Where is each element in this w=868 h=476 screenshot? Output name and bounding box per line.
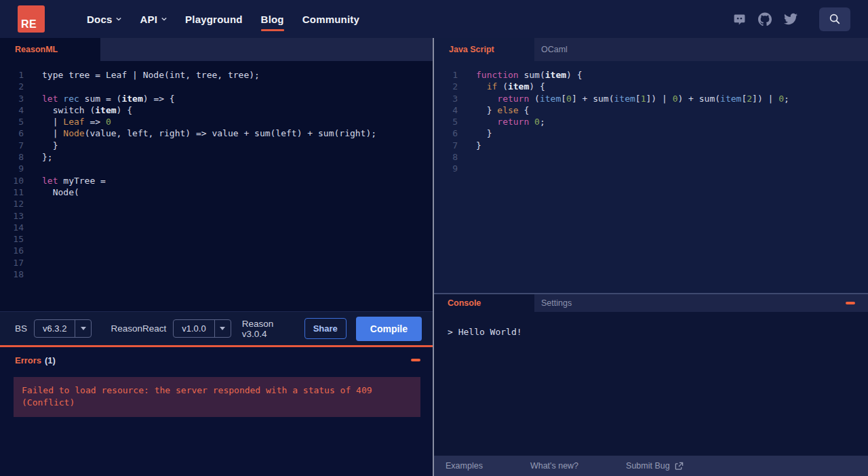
code-line: 7} (434, 140, 868, 151)
code-line: 4 switch (item) { (0, 104, 433, 116)
nav-item-community[interactable]: Community (302, 14, 359, 25)
code-line: 1type tree = Leaf | Node(int, tree, tree… (0, 69, 433, 81)
reasonreact-label: ReasonReact (111, 323, 166, 334)
tab-ocaml[interactable]: OCaml (534, 38, 574, 61)
left-tabbar: ReasonML (0, 38, 433, 61)
reason-editor-panel: ReasonML 1type tree = Leaf | Node(int, t… (0, 38, 433, 476)
code-line: 5 return 0; (434, 116, 868, 127)
editor-toolbar: BS v6.3.2 ReasonReact v1.0.0 Reason v3.0… (0, 311, 433, 345)
whats-new-link[interactable]: What's new? (530, 461, 578, 471)
compile-button[interactable]: Compile (356, 317, 422, 341)
code-line: 9 (0, 163, 433, 174)
examples-link[interactable]: Examples (446, 461, 483, 471)
code-line: 14 (0, 222, 433, 233)
main-area: ReasonML 1type tree = Leaf | Node(int, t… (0, 38, 868, 476)
reason-code-editor[interactable]: 1type tree = Leaf | Node(int, tree, tree… (0, 61, 433, 311)
tab-javascript[interactable]: Java Script (434, 38, 534, 61)
chevron-down-icon (116, 16, 121, 22)
console-tabbar: Console Settings (434, 293, 868, 312)
nav-links: Docs API Playground Blog Community (87, 14, 359, 25)
code-line: 6 } (434, 127, 868, 139)
right-tabbar: Java Script OCaml (434, 38, 868, 61)
nav-item-api[interactable]: API (140, 14, 167, 25)
bs-label: BS (15, 323, 27, 334)
search-icon (829, 13, 841, 25)
code-line: 7 } (0, 140, 433, 151)
code-line: 6 | Node(value, left, right) => value + … (0, 127, 433, 139)
github-icon[interactable] (758, 12, 772, 26)
reasonreact-version-select[interactable]: v1.0.0 (173, 319, 231, 338)
errors-title: Errors (15, 355, 41, 365)
code-line: 2 (0, 81, 433, 92)
code-line: 10let myTree = (0, 175, 433, 186)
code-line: 2 if (item) { (434, 81, 868, 92)
console-output: > Hello World! (434, 312, 868, 456)
code-line: 8 (434, 151, 868, 163)
tab-settings[interactable]: Settings (534, 294, 578, 312)
discord-icon[interactable] (732, 12, 746, 26)
error-message: Failed to load resource: the server resp… (14, 377, 420, 417)
code-line: 3 return (item[0] + sum(item[1]) | 0) + … (434, 93, 868, 104)
nav-right-icons (732, 7, 850, 31)
search-button[interactable] (819, 7, 850, 31)
submit-bug-link[interactable]: Submit Bug (626, 461, 684, 471)
code-line: 15 (0, 233, 433, 245)
footer-links: Examples What's new? Submit Bug (434, 456, 868, 476)
code-line: 11 Node( (0, 186, 433, 198)
code-line: 8}; (0, 151, 433, 163)
console-log-line: > Hello World! (448, 327, 522, 337)
share-button[interactable]: Share (304, 318, 347, 339)
nav-item-docs[interactable]: Docs (87, 14, 121, 25)
code-line: 17 (0, 257, 433, 269)
twitter-icon[interactable] (784, 12, 797, 26)
code-line: 5 | Leaf => 0 (0, 116, 433, 127)
collapse-console-icon[interactable] (846, 302, 855, 304)
errors-section: Errors (1) Failed to load resource: the … (0, 345, 433, 476)
bs-version-select[interactable]: v6.3.2 (34, 319, 92, 338)
reason-version-text: Reason v3.0.4 (242, 319, 291, 339)
chevron-down-icon (214, 320, 231, 337)
nav-item-playground[interactable]: Playground (185, 14, 243, 25)
chevron-down-icon (161, 16, 167, 22)
collapse-errors-icon[interactable] (411, 359, 420, 361)
navbar: RE Docs API Playground Blog Community (0, 0, 868, 38)
output-panel: Java Script OCaml 1function sum(item) {2… (434, 38, 868, 476)
code-line: 4 } else { (434, 104, 868, 116)
code-line: 9 (434, 163, 868, 174)
code-line: 13 (0, 210, 433, 222)
tab-console[interactable]: Console (434, 294, 534, 312)
code-line: 16 (0, 245, 433, 256)
external-link-icon (675, 462, 684, 471)
tab-reasonml[interactable]: ReasonML (0, 38, 100, 61)
code-line: 3let rec sum = (item) => { (0, 93, 433, 104)
code-line: 1function sum(item) { (434, 69, 868, 81)
logo-text: RE (21, 18, 37, 31)
nav-item-blog[interactable]: Blog (261, 14, 284, 25)
code-line: 18 (0, 269, 433, 280)
errors-header: Errors (1) (0, 347, 433, 373)
chevron-down-icon (75, 320, 91, 337)
code-line: 12 (0, 198, 433, 210)
reason-logo[interactable]: RE (18, 5, 45, 33)
javascript-output-editor[interactable]: 1function sum(item) {2 if (item) {3 retu… (434, 61, 868, 293)
errors-count: (1) (45, 355, 56, 365)
